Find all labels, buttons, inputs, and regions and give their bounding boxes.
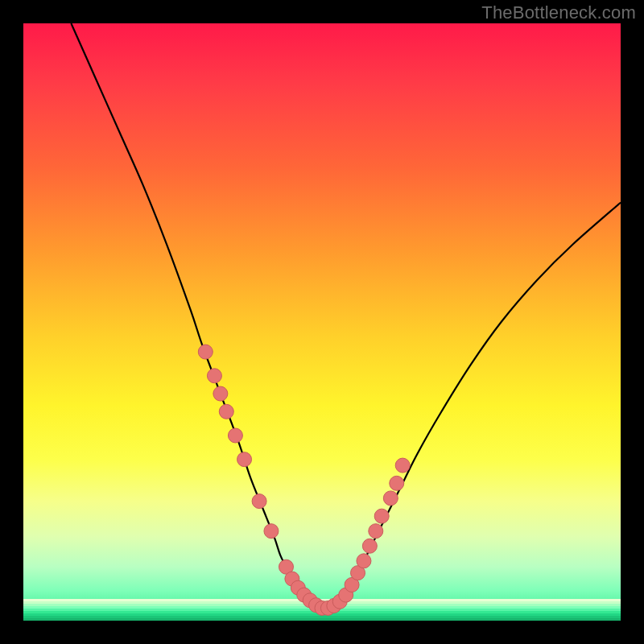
marker-dot	[213, 386, 228, 401]
marker-dot	[252, 494, 266, 509]
marker-dot	[228, 428, 242, 443]
marker-dot	[198, 345, 213, 359]
marker-dot	[264, 524, 279, 539]
marker-dot	[362, 539, 377, 553]
marker-dot	[369, 524, 383, 539]
plot-svg	[23, 23, 621, 621]
marker-dot	[383, 491, 398, 506]
marker-dot	[237, 452, 252, 467]
marker-dot	[207, 369, 221, 383]
bottleneck-curve	[71, 23, 621, 609]
marker-dot	[395, 458, 410, 473]
marker-dot	[219, 404, 233, 419]
marker-group	[198, 345, 410, 615]
marker-dot	[390, 476, 404, 490]
marker-dot	[374, 509, 389, 523]
chart-frame	[23, 23, 621, 621]
watermark-text: TheBottleneck.com	[481, 2, 636, 23]
marker-dot	[357, 554, 371, 568]
